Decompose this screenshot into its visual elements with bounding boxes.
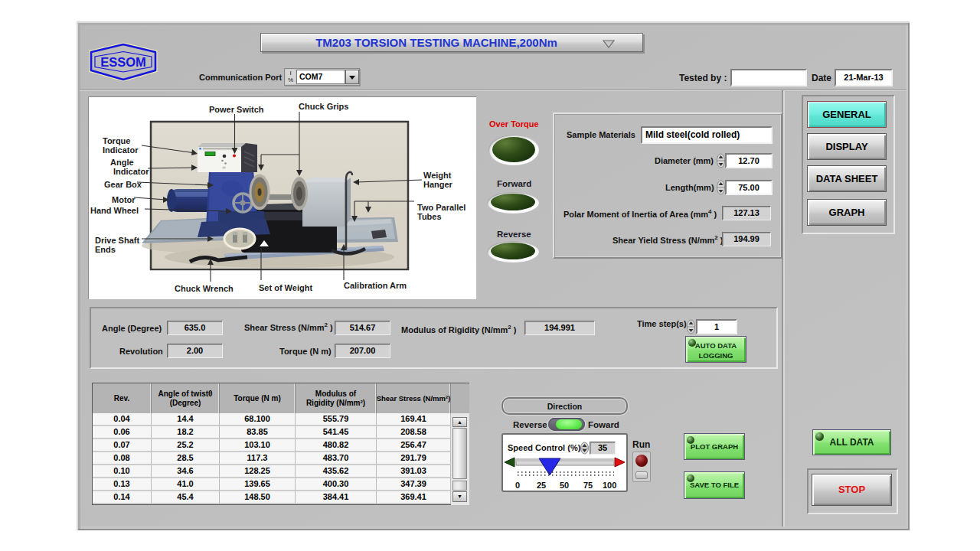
svg-text:Tubes: Tubes	[417, 212, 442, 221]
svg-text:Angle: Angle	[110, 158, 134, 167]
svg-text:Chuck Grips: Chuck Grips	[299, 102, 348, 111]
svg-text:Power Switch: Power Switch	[209, 105, 264, 114]
svg-text:Indicator: Indicator	[103, 145, 139, 155]
svg-text:Torque: Torque	[103, 136, 130, 145]
svg-text:Weight: Weight	[423, 171, 452, 180]
svg-text:Two Parallel: Two Parallel	[417, 203, 466, 212]
svg-text:ESSOM: ESSOM	[100, 55, 146, 69]
svg-text:Set of Weight: Set of Weight	[259, 283, 312, 292]
svg-text:Hand Wheel: Hand Wheel	[90, 206, 139, 215]
svg-text:Drive Shaft: Drive Shaft	[95, 236, 139, 245]
svg-text:Calibration Arm: Calibration Arm	[344, 281, 407, 290]
svg-text:Chuck Wrench: Chuck Wrench	[175, 284, 234, 293]
svg-text:Gear Box: Gear Box	[104, 180, 142, 189]
svg-text:Motor: Motor	[112, 195, 136, 204]
svg-text:Ends: Ends	[95, 245, 116, 254]
svg-text:Indicator: Indicator	[113, 167, 149, 176]
svg-text:Hanger: Hanger	[423, 180, 453, 189]
